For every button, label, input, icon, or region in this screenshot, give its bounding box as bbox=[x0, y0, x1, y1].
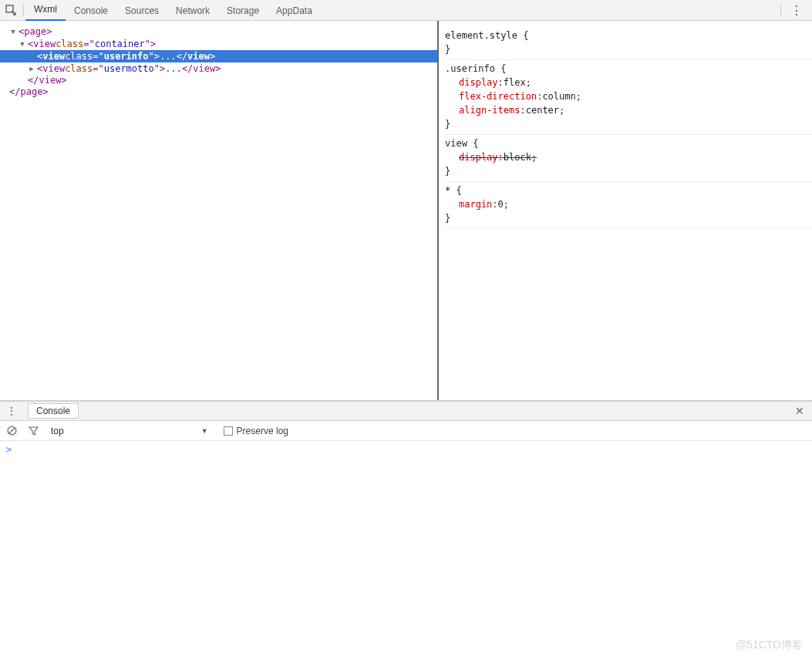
elements-tree[interactable]: <page> <view class="container"> <view cl… bbox=[0, 21, 439, 400]
console-filter-bar: top ▼ Preserve log bbox=[0, 421, 812, 441]
tab-network[interactable]: Network bbox=[167, 2, 218, 21]
tab-wxml[interactable]: Wxml bbox=[25, 0, 66, 21]
prompt-caret: > bbox=[6, 444, 12, 455]
inspect-icon[interactable] bbox=[0, 0, 22, 21]
styles-pane[interactable]: element.style { } .userinfo { display:fl… bbox=[439, 21, 812, 400]
style-rule[interactable]: .userinfo { display:flex; flex-direction… bbox=[445, 60, 812, 135]
expand-icon[interactable] bbox=[19, 38, 26, 50]
tab-appdata[interactable]: AppData bbox=[268, 2, 321, 21]
svg-line-2 bbox=[9, 428, 15, 433]
expand-icon[interactable] bbox=[28, 62, 35, 75]
main-split: <page> <view class="container"> <view cl… bbox=[0, 21, 812, 401]
tree-node-userinfo[interactable]: <view class="userinfo">...</view> bbox=[0, 50, 437, 62]
more-icon[interactable]: ⋮ bbox=[786, 3, 807, 18]
separator bbox=[780, 4, 781, 16]
tree-node-container[interactable]: <view class="container"> bbox=[0, 38, 437, 50]
style-rule[interactable]: element.style { } bbox=[445, 27, 812, 60]
chevron-down-icon[interactable]: ▼ bbox=[201, 427, 208, 435]
tree-node-view-close[interactable]: </view> bbox=[0, 75, 437, 86]
tab-console[interactable]: Console bbox=[66, 2, 116, 21]
separator bbox=[23, 4, 24, 16]
expand-icon[interactable] bbox=[9, 25, 17, 38]
filter-icon[interactable] bbox=[26, 424, 40, 438]
expand-icon[interactable] bbox=[28, 50, 35, 62]
clear-icon[interactable] bbox=[5, 424, 19, 438]
style-rule[interactable]: view { display:block; } bbox=[445, 135, 812, 182]
style-rule[interactable]: * { margin:0; } bbox=[445, 182, 812, 229]
context-selector[interactable]: top bbox=[48, 426, 70, 436]
preserve-log-checkbox[interactable]: Preserve log bbox=[224, 426, 288, 436]
close-icon[interactable]: ✕ bbox=[795, 405, 804, 417]
tab-strip: Wxml Console Sources Network Storage App… bbox=[25, 0, 321, 21]
more-icon[interactable]: ⋮ bbox=[0, 405, 23, 417]
checkbox-icon[interactable] bbox=[224, 426, 233, 436]
toolbar-right: ⋮ bbox=[776, 3, 812, 18]
tab-storage[interactable]: Storage bbox=[218, 2, 268, 21]
preserve-log-label: Preserve log bbox=[237, 426, 288, 436]
tab-sources[interactable]: Sources bbox=[116, 2, 167, 21]
devtools-toolbar: Wxml Console Sources Network Storage App… bbox=[0, 0, 812, 21]
tree-node-page-close[interactable]: </page> bbox=[0, 86, 437, 98]
console-prompt[interactable]: > bbox=[0, 441, 812, 458]
watermark: @51CTO博客 bbox=[736, 638, 803, 652]
tree-node-usermotto[interactable]: <view class="usermotto">...</view> bbox=[0, 62, 437, 75]
console-drawer-header: ⋮ Console ✕ bbox=[0, 401, 812, 421]
tree-node-page[interactable]: <page> bbox=[0, 25, 437, 38]
context-label: top bbox=[51, 426, 64, 436]
console-tab[interactable]: Console bbox=[28, 403, 79, 419]
